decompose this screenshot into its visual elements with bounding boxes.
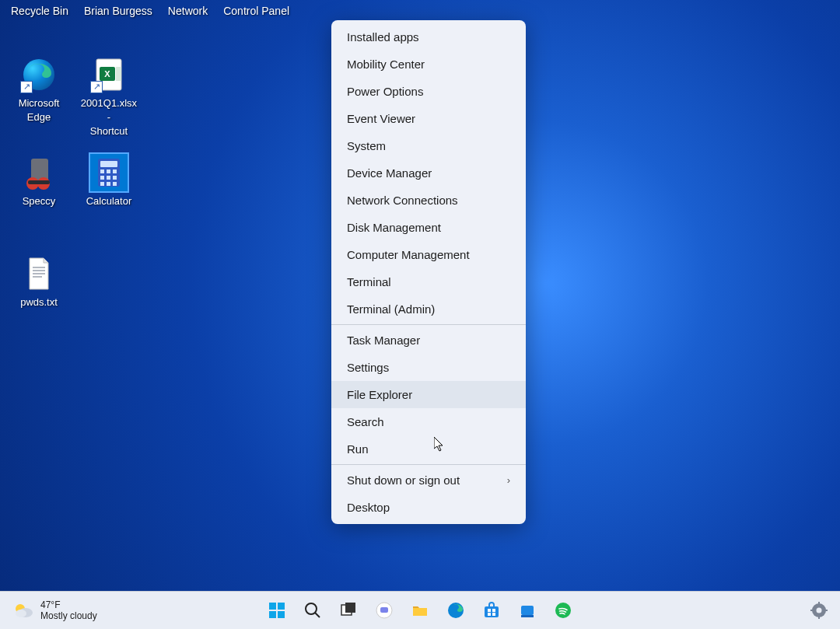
weather-icon (12, 599, 34, 621)
taskbar-weather-widget[interactable]: 47°F Mostly cloudy (0, 592, 97, 629)
svg-rect-16 (107, 176, 110, 180)
menu-item-shut-down-sign-out[interactable]: Shut down or sign out › (331, 467, 526, 494)
weather-text: 47°F Mostly cloudy (40, 599, 97, 621)
windows-logo-icon (268, 601, 286, 620)
taskbar-search-button[interactable] (296, 594, 329, 627)
menu-item-settings[interactable]: Settings (331, 354, 526, 381)
svg-rect-29 (278, 603, 285, 610)
chat-icon (375, 601, 394, 620)
svg-text:X: X (104, 69, 110, 79)
taskbar-center-icons (261, 592, 579, 629)
svg-rect-9 (28, 180, 50, 184)
desktop-top-row-labels: Recycle Bin Brian Burgess Network Contro… (11, 5, 289, 17)
svg-rect-39 (485, 606, 499, 617)
desktop-icon-microsoft-edge[interactable]: ↗ Microsoft Edge (8, 56, 70, 124)
svg-rect-41 (492, 609, 495, 612)
svg-point-32 (306, 603, 317, 614)
folder-icon (411, 601, 429, 620)
taskbar-settings-button[interactable] (803, 594, 835, 627)
search-icon (303, 601, 322, 620)
desktop-icon-xlsx-shortcut[interactable]: X ↗ 2001Q1.xlsx - Shortcut (78, 56, 140, 138)
menu-item-mobility-center[interactable]: Mobility Center (331, 51, 526, 78)
svg-line-33 (315, 613, 320, 617)
menu-item-computer-management[interactable]: Computer Management (331, 241, 526, 268)
store-icon (482, 601, 501, 620)
svg-rect-42 (488, 613, 491, 616)
desktop-icon-label: pwds.txt (8, 295, 70, 309)
menu-item-disk-management[interactable]: Disk Management (331, 214, 526, 241)
menu-item-system[interactable]: System (331, 132, 526, 159)
svg-rect-40 (488, 609, 491, 612)
svg-rect-37 (380, 607, 388, 613)
taskbar-chat-button[interactable] (368, 594, 401, 627)
desktop-background[interactable]: Recycle Bin Brian Burgess Network Contro… (0, 0, 840, 629)
svg-rect-51 (810, 610, 814, 611)
menu-item-installed-apps[interactable]: Installed apps (331, 23, 526, 51)
menu-item-power-options[interactable]: Power Options (331, 78, 526, 105)
svg-rect-43 (492, 613, 495, 616)
taskbar-spotify-button[interactable] (547, 594, 579, 627)
svg-rect-4 (116, 67, 121, 81)
taskbar-right-icons (803, 592, 840, 629)
desktop-label-control-panel[interactable]: Control Panel (223, 5, 289, 17)
svg-rect-28 (269, 603, 276, 610)
svg-rect-17 (113, 176, 117, 180)
menu-item-terminal[interactable]: Terminal (331, 268, 526, 295)
desktop-icon-label: Calculator (78, 194, 140, 208)
svg-rect-30 (269, 611, 276, 618)
calculator-icon (90, 154, 128, 191)
task-view-icon (339, 601, 358, 620)
svg-rect-13 (107, 169, 110, 173)
edge-icon (446, 601, 465, 620)
widgets-icon (518, 601, 537, 620)
menu-item-network-connections[interactable]: Network Connections (331, 187, 526, 214)
svg-rect-20 (113, 182, 117, 186)
desktop-icon-label: 2001Q1.xlsx - Shortcut (78, 96, 140, 138)
menu-item-search[interactable]: Search (331, 408, 526, 435)
taskbar-task-view-button[interactable] (332, 594, 365, 627)
svg-rect-19 (107, 182, 110, 186)
taskbar-edge-button[interactable] (439, 594, 472, 627)
svg-rect-18 (100, 182, 104, 186)
svg-rect-15 (100, 176, 104, 180)
winx-context-menu: Installed apps Mobility Center Power Opt… (331, 20, 526, 524)
svg-rect-50 (818, 616, 820, 619)
chevron-right-icon: › (507, 474, 510, 486)
desktop-label-recycle-bin[interactable]: Recycle Bin (11, 5, 68, 17)
menu-item-task-manager[interactable]: Task Manager (331, 327, 526, 354)
svg-rect-11 (100, 161, 117, 167)
desktop-icon-label: Speccy (8, 194, 70, 208)
menu-item-terminal-admin[interactable]: Terminal (Admin) (331, 295, 526, 323)
start-button[interactable] (261, 594, 293, 627)
desktop-icon-pwds-txt[interactable]: pwds.txt (8, 255, 70, 309)
text-file-icon (20, 255, 58, 292)
taskbar: 47°F Mostly cloudy (0, 591, 840, 629)
menu-separator (331, 324, 526, 325)
speccy-icon (20, 154, 58, 191)
desktop-label-brian-burgess[interactable]: Brian Burgess (84, 5, 152, 17)
taskbar-widgets-button[interactable] (511, 594, 544, 627)
desktop-icon-speccy[interactable]: Speccy (8, 154, 70, 208)
gear-icon (810, 601, 828, 620)
edge-icon: ↗ (20, 56, 58, 93)
desktop-icon-calculator[interactable]: Calculator (78, 154, 140, 208)
svg-rect-31 (278, 611, 285, 618)
svg-point-48 (817, 608, 822, 613)
svg-rect-12 (100, 169, 104, 173)
taskbar-microsoft-store-button[interactable] (475, 594, 508, 627)
menu-item-file-explorer[interactable]: File Explorer (331, 381, 526, 408)
svg-rect-45 (521, 615, 534, 617)
svg-rect-49 (818, 602, 820, 605)
desktop-label-network[interactable]: Network (168, 5, 208, 17)
menu-item-device-manager[interactable]: Device Manager (331, 159, 526, 187)
menu-item-desktop[interactable]: Desktop (331, 494, 526, 521)
taskbar-file-explorer-button[interactable] (404, 594, 436, 627)
svg-point-27 (16, 610, 26, 617)
menu-item-event-viewer[interactable]: Event Viewer (331, 105, 526, 132)
excel-file-icon: X ↗ (90, 56, 128, 93)
svg-rect-52 (824, 610, 828, 611)
svg-rect-44 (521, 606, 534, 615)
menu-item-run[interactable]: Run (331, 435, 526, 463)
svg-rect-35 (345, 603, 355, 613)
svg-point-46 (555, 603, 571, 618)
